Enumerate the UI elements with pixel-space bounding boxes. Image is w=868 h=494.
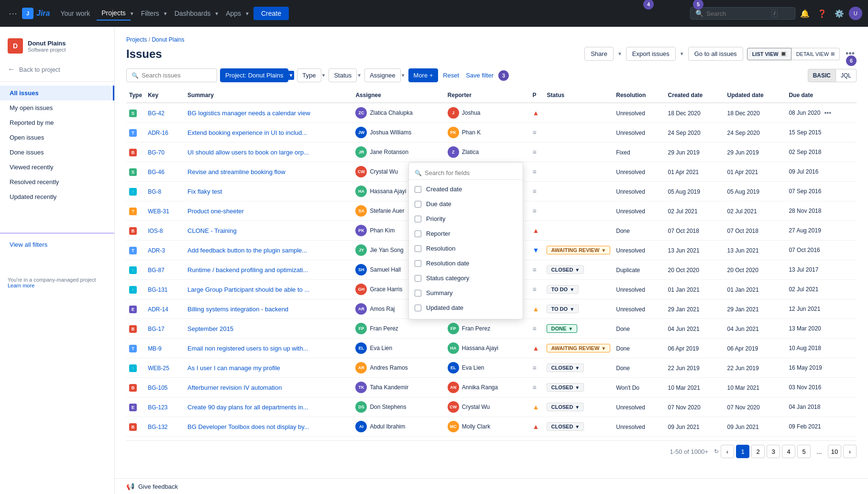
issue-summary[interactable]: Fix flaky test (187, 188, 222, 195)
dropdown-checkbox-updated-date[interactable] (415, 305, 421, 311)
issue-key[interactable]: IOS-8 (148, 228, 163, 234)
page-2[interactable]: 2 (751, 445, 765, 458)
dropdown-checkbox-status-category[interactable] (415, 275, 421, 282)
view-all-filters[interactable]: View all filters (10, 241, 105, 248)
dropdown-item-summary[interactable]: Summary (409, 285, 523, 300)
dropdown-item-due-date[interactable]: Due date (409, 197, 523, 211)
nav-your-work[interactable]: Your work (55, 7, 95, 20)
issue-key[interactable]: BG-42 (148, 110, 165, 117)
settings-icon[interactable]: ⚙️ (832, 6, 847, 21)
dropdown-item-resolution[interactable]: Resolution (409, 241, 523, 256)
nav-create[interactable]: Create (253, 7, 289, 20)
share-button[interactable]: Share (584, 47, 614, 61)
col-created[interactable]: Created date (665, 88, 725, 103)
issue-summary[interactable]: Add feedback button to the plugin sample… (187, 247, 307, 254)
nav-projects[interactable]: Projects (97, 6, 131, 21)
issue-summary[interactable]: Create 90 day plans for all departments … (187, 404, 308, 411)
col-resolution[interactable]: Resolution (613, 88, 665, 103)
issue-summary[interactable]: Product one-sheeter (187, 208, 244, 215)
sidebar-item-updated-recently[interactable]: Updated recently (0, 189, 114, 204)
col-due[interactable]: Due date (786, 88, 857, 103)
dropdown-checkbox-resolution[interactable] (415, 245, 421, 252)
grid-icon[interactable]: ⋯ (6, 5, 20, 22)
reset-filter[interactable]: Reset (441, 69, 461, 82)
search-input[interactable] (706, 10, 769, 17)
issue-key[interactable]: BG-123 (148, 404, 167, 411)
dropdown-checkbox-summary[interactable] (415, 290, 421, 296)
status-filter[interactable]: Status (329, 68, 357, 82)
dropdown-checkbox-priority[interactable] (415, 216, 421, 222)
type-filter[interactable]: Type (297, 68, 321, 82)
issue-summary[interactable]: BG logistics manager needs a calendar vi… (187, 110, 310, 117)
refresh-icon[interactable]: ↻ (714, 448, 719, 455)
page-3[interactable]: 3 (767, 445, 780, 458)
issue-summary[interactable]: BG Developer Toolbox does not display by… (187, 423, 309, 430)
bell-icon[interactable]: 🔔 (797, 6, 813, 21)
issue-key[interactable]: BG-105 (148, 384, 167, 391)
row-more-btn[interactable]: ••• (824, 109, 831, 117)
page-5[interactable]: 5 (797, 445, 811, 458)
issue-summary[interactable]: UI should allow users to book on large o… (187, 149, 309, 156)
dropdown-item-status-category[interactable]: Status category (409, 271, 523, 285)
nav-dashboards[interactable]: Dashboards (170, 7, 216, 20)
issue-key[interactable]: BG-46 (148, 169, 165, 176)
sidebar-item-all-issues[interactable]: All issues (0, 86, 114, 100)
issue-key[interactable]: WEB-25 (148, 365, 169, 372)
sidebar-footer-link[interactable]: Learn more (8, 283, 34, 288)
dropdown-item-priority[interactable]: Priority (409, 211, 523, 226)
issue-key[interactable]: BG-17 (148, 326, 165, 332)
issue-summary[interactable]: Large Group Participant should be able t… (187, 286, 309, 293)
issue-summary[interactable]: Revise and streamline booking flow (187, 168, 286, 176)
help-icon[interactable]: ❓ (814, 6, 830, 21)
dropdown-checkbox-due-date[interactable] (415, 201, 421, 208)
search-issues-field[interactable]: 🔍 (126, 68, 217, 82)
project-filter[interactable]: Project: Donut Plains (220, 68, 288, 82)
issue-summary[interactable]: Runtime / backend profiling and optimiza… (187, 266, 308, 274)
next-page[interactable]: › (843, 445, 857, 458)
user-avatar[interactable]: U (849, 7, 862, 20)
export-issues-button[interactable]: Export issues (626, 47, 676, 61)
more-filter[interactable]: More + (408, 68, 439, 82)
issue-key[interactable]: BG-8 (148, 188, 161, 195)
col-reporter[interactable]: Reporter (445, 88, 530, 103)
dropdown-checkbox-reporter[interactable] (415, 231, 421, 237)
issue-key[interactable]: ADR-16 (148, 130, 168, 136)
sidebar-item-open-issues[interactable]: Open issues (0, 130, 114, 145)
issue-key[interactable]: BG-70 (148, 149, 165, 156)
issue-summary[interactable]: As I user I can manage my profile (187, 364, 280, 372)
issue-key[interactable]: ADR-14 (148, 306, 168, 313)
go-to-all-issues[interactable]: Go to all issues (688, 47, 743, 61)
col-type[interactable]: Type (126, 88, 145, 103)
col-key[interactable]: Key (145, 88, 185, 103)
col-summary[interactable]: Summary (185, 88, 352, 103)
dropdown-checkbox-resolution-date[interactable] (415, 260, 421, 267)
basic-mode-button[interactable]: BASIC (808, 69, 836, 82)
dropdown-item-reporter[interactable]: Reporter (409, 226, 523, 241)
issue-key[interactable]: WEB-31 (148, 208, 169, 215)
nav-search[interactable]: 🔍 / (690, 7, 795, 20)
issue-key[interactable]: ADR-3 (148, 247, 165, 254)
col-assignee[interactable]: Assignee (352, 88, 444, 103)
issue-summary[interactable]: September 2015 (187, 325, 233, 332)
nav-apps[interactable]: Apps (221, 7, 246, 20)
page-1[interactable]: 1 (736, 445, 749, 458)
sidebar-item-my-open-issues[interactable]: My open issues (0, 100, 114, 115)
issue-summary[interactable]: Email non registered users to sign up wi… (187, 345, 308, 352)
sidebar-item-viewed-recently[interactable]: Viewed recently (0, 160, 114, 175)
col-updated[interactable]: Updated date (725, 88, 786, 103)
jql-mode-button[interactable]: JQL (836, 69, 857, 82)
dropdown-item-created-date[interactable]: Created date (409, 182, 523, 197)
dropdown-search-input[interactable] (425, 169, 517, 176)
issue-summary[interactable]: CLONE - Training (187, 227, 237, 234)
give-feedback[interactable]: Give feedback (138, 483, 178, 490)
sidebar-item-done-issues[interactable]: Done issues (0, 145, 114, 160)
prev-page[interactable]: ‹ (721, 445, 734, 458)
issue-key[interactable]: BG-87 (148, 267, 165, 274)
assignee-filter[interactable]: Assignee (364, 68, 400, 82)
list-view-button[interactable]: LIST VIEW 🔳 (747, 48, 791, 60)
issue-key[interactable]: BG-131 (148, 286, 167, 293)
dropdown-item-updated-date[interactable]: Updated date (409, 300, 523, 315)
save-filter[interactable]: Save filter (464, 69, 495, 82)
search-issues-input[interactable] (142, 72, 204, 79)
breadcrumb-projects[interactable]: Projects (126, 36, 147, 43)
